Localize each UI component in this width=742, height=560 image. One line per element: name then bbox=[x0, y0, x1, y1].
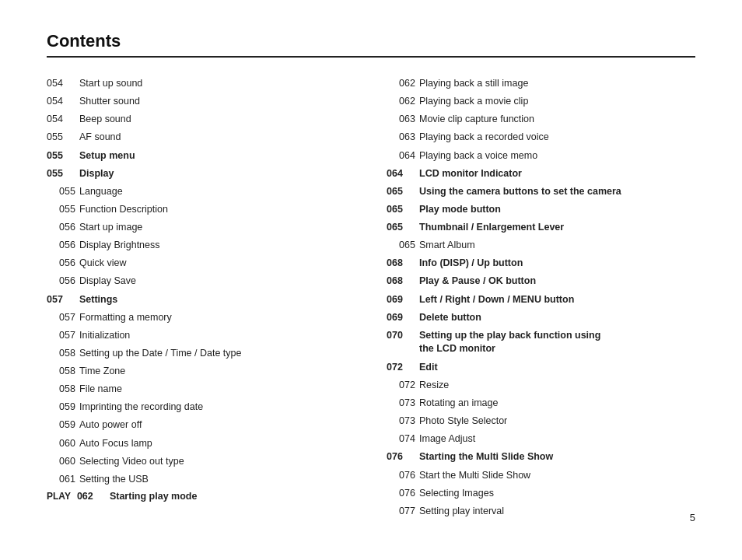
entry-number: 076 bbox=[387, 486, 419, 500]
list-item: 054Start up sound bbox=[47, 76, 355, 90]
entry-label: Delete button bbox=[419, 310, 481, 324]
list-item: 059Auto power off bbox=[47, 418, 355, 432]
entry-label: Function Description bbox=[79, 202, 168, 216]
entry-label: Left / Right / Down / MENU button bbox=[419, 292, 574, 306]
list-item: 069Delete button bbox=[387, 310, 695, 324]
list-item: 058Time Zone bbox=[47, 364, 355, 378]
list-item: 055Setup menu bbox=[47, 149, 355, 163]
right-column: 062Playing back a still image062Playing … bbox=[387, 76, 695, 522]
entry-label: Thumbnail / Enlargement Lever bbox=[419, 220, 564, 234]
play-section-num: 062 bbox=[77, 491, 103, 502]
entry-label: Starting the Multi Slide Show bbox=[419, 450, 553, 464]
entry-number: 065 bbox=[387, 202, 419, 216]
list-item: 063Movie clip capture function bbox=[387, 112, 695, 126]
entry-label: Settings bbox=[79, 292, 117, 306]
play-section-label: Starting play mode bbox=[110, 491, 198, 502]
list-item: 060Selecting Video out type bbox=[47, 454, 355, 468]
entry-number: 069 bbox=[387, 310, 419, 324]
left-column: 054Start up sound054Shutter sound054Beep… bbox=[47, 76, 355, 522]
list-item: 064LCD monitor Indicator bbox=[387, 166, 695, 180]
entry-number: 055 bbox=[47, 149, 79, 163]
list-item: 055AF sound bbox=[47, 130, 355, 144]
list-item: 061Setting the USB bbox=[47, 472, 355, 486]
entry-label: Using the camera buttons to set the came… bbox=[419, 184, 621, 198]
entry-label: Movie clip capture function bbox=[419, 112, 534, 126]
entry-number: 058 bbox=[47, 382, 79, 396]
entry-number: 056 bbox=[47, 220, 79, 234]
entry-label: Setting the USB bbox=[79, 472, 149, 486]
entry-number: 054 bbox=[47, 76, 79, 90]
list-item: 056Quick view bbox=[47, 256, 355, 270]
entry-label: Time Zone bbox=[79, 364, 125, 378]
entry-label: Playing back a still image bbox=[419, 76, 528, 90]
entry-number: 060 bbox=[47, 436, 79, 450]
entry-label: Rotating an image bbox=[419, 396, 498, 410]
page-title: Contents bbox=[47, 31, 121, 51]
entry-label: Smart Album bbox=[419, 238, 475, 252]
list-item: 055Display bbox=[47, 166, 355, 180]
entry-number: 055 bbox=[47, 130, 79, 144]
entry-number: 068 bbox=[387, 274, 419, 288]
entry-label: Playing back a recorded voice bbox=[419, 130, 549, 144]
list-item: 060Auto Focus lamp bbox=[47, 436, 355, 450]
page-header: Contents bbox=[47, 31, 695, 58]
list-item: 056Start up image bbox=[47, 220, 355, 234]
list-item: 068Info (DISP) / Up button bbox=[387, 256, 695, 270]
list-item: 073Photo Style Selector bbox=[387, 414, 695, 428]
entry-number: 077 bbox=[387, 504, 419, 518]
entry-number: 056 bbox=[47, 238, 79, 252]
list-item: 065Smart Album bbox=[387, 238, 695, 252]
entry-number: 073 bbox=[387, 414, 419, 428]
entry-number: 064 bbox=[387, 149, 419, 163]
list-item: 076Start the Multi Slide Show bbox=[387, 468, 695, 482]
entry-number: 065 bbox=[387, 238, 419, 252]
entry-number: 055 bbox=[47, 166, 79, 180]
entry-number: 072 bbox=[387, 378, 419, 392]
entry-label: Start the Multi Slide Show bbox=[419, 468, 530, 482]
contents-columns: 054Start up sound054Shutter sound054Beep… bbox=[47, 76, 695, 522]
play-section: PLAY 062 Starting play mode bbox=[47, 491, 197, 502]
entry-number: 076 bbox=[387, 468, 419, 482]
entry-label: Auto power off bbox=[79, 418, 142, 432]
entry-number: 064 bbox=[387, 166, 419, 180]
entry-number: 061 bbox=[47, 472, 79, 486]
entry-label: Start up image bbox=[79, 220, 142, 234]
entry-number: 062 bbox=[387, 94, 419, 108]
entry-number: 054 bbox=[47, 94, 79, 108]
list-item: 069Left / Right / Down / MENU button bbox=[387, 292, 695, 306]
list-item: 057Settings bbox=[47, 292, 355, 306]
list-item: 076Starting the Multi Slide Show bbox=[387, 450, 695, 464]
entry-number: 069 bbox=[387, 292, 419, 306]
list-item: 065Thumbnail / Enlargement Lever bbox=[387, 220, 695, 234]
entry-number: 057 bbox=[47, 310, 79, 324]
entry-number: 063 bbox=[387, 112, 419, 126]
entry-label: File name bbox=[79, 382, 122, 396]
entry-number: 058 bbox=[47, 364, 79, 378]
list-item: 072Resize bbox=[387, 378, 695, 392]
entry-number: 056 bbox=[47, 256, 79, 270]
list-item: 059Imprinting the recording date bbox=[47, 400, 355, 414]
entry-number: 054 bbox=[47, 112, 79, 126]
entry-number: 056 bbox=[47, 274, 79, 288]
entry-number: 072 bbox=[387, 360, 419, 374]
list-item: 072Edit bbox=[387, 360, 695, 374]
list-item: 065Play mode button bbox=[387, 202, 695, 216]
entry-label: Info (DISP) / Up button bbox=[419, 256, 523, 270]
entry-number: 057 bbox=[47, 292, 79, 306]
entry-label: Display bbox=[79, 166, 114, 180]
list-item: 070Setting up the play back function usi… bbox=[387, 328, 695, 356]
list-item: 058File name bbox=[47, 382, 355, 396]
entry-label: Playing back a movie clip bbox=[419, 94, 528, 108]
entry-number: 059 bbox=[47, 418, 79, 432]
entry-number: 073 bbox=[387, 396, 419, 410]
list-item: 056Display Save bbox=[47, 274, 355, 288]
page: Contents 054Start up sound054Shutter sou… bbox=[0, 0, 742, 545]
list-item: 062Playing back a movie clip bbox=[387, 94, 695, 108]
entry-label: Play & Pause / OK button bbox=[419, 274, 536, 288]
list-item: 064Playing back a voice memo bbox=[387, 149, 695, 163]
entry-label: Display Save bbox=[79, 274, 136, 288]
entry-number: 074 bbox=[387, 432, 419, 446]
list-item: 054Shutter sound bbox=[47, 94, 355, 108]
entry-label: Language bbox=[79, 184, 123, 198]
entry-label: Play mode button bbox=[419, 202, 501, 216]
